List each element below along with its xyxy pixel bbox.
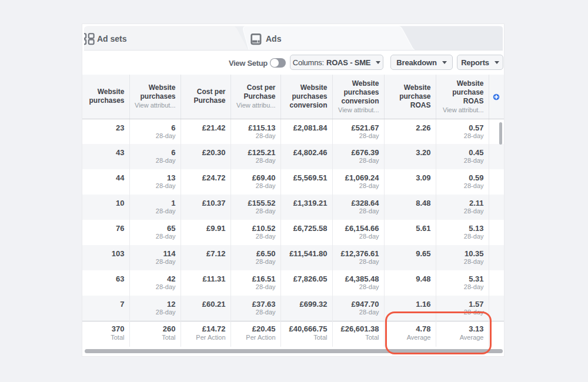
svg-text:Ads: Ads: [266, 34, 282, 43]
svg-text:Ad sets: Ad sets: [97, 34, 127, 43]
